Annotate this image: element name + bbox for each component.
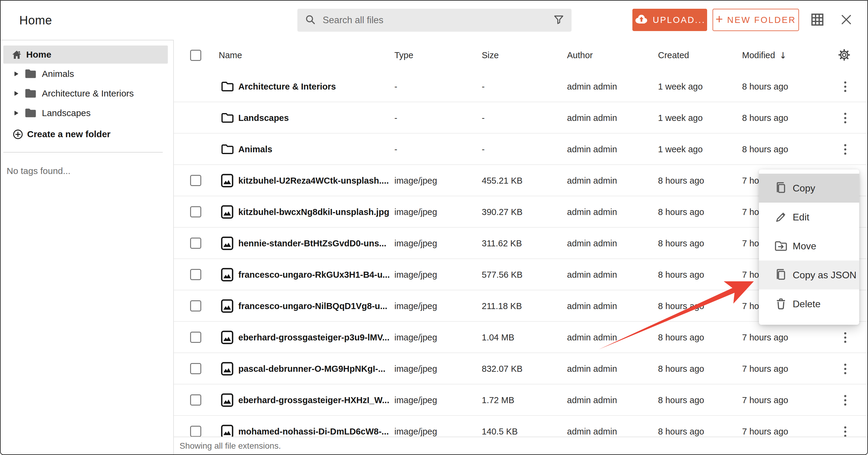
row-actions-kebab-icon[interactable] — [842, 353, 849, 385]
cell-size: 140.5 KB — [482, 416, 518, 437]
move-icon — [774, 240, 788, 252]
cell-size: 311.62 KB — [482, 228, 522, 259]
cell-author: admin admin — [567, 290, 617, 322]
sidebar-folder-item[interactable]: Architecture & Interiors — [1, 84, 173, 103]
status-bar: Showing all file extensions. — [174, 436, 867, 454]
row-checkbox[interactable] — [190, 237, 201, 249]
cell-created: 8 hours ago — [658, 228, 704, 259]
row-checkbox[interactable] — [190, 206, 201, 218]
sidebar-folder-item[interactable]: Landscapes — [1, 103, 173, 123]
sidebar: Home Animals Architecture & Interiors La… — [1, 40, 173, 454]
folder-icon — [24, 68, 37, 79]
row-checkbox[interactable] — [190, 300, 201, 311]
table-row[interactable]: pascal-debrunner-O-MG9HpNKgI-... image/j… — [174, 353, 867, 385]
cell-type: - — [394, 71, 397, 102]
image-file-icon — [221, 385, 234, 416]
cell-type: image/jpeg — [394, 196, 437, 228]
row-actions-kebab-icon[interactable] — [842, 385, 849, 416]
caret-right-icon[interactable] — [14, 91, 19, 96]
pencil-icon — [774, 211, 788, 223]
table-row[interactable]: Architecture & Interiors - - admin admin… — [174, 71, 867, 102]
cell-type: image/jpeg — [394, 416, 437, 437]
caret-right-icon[interactable] — [14, 72, 19, 76]
filter-icon[interactable] — [554, 15, 564, 26]
table-row[interactable]: Animals - - admin admin 1 week ago 8 hou… — [174, 134, 867, 165]
sidebar-folder-label: Architecture & Interiors — [42, 88, 134, 98]
cell-name: Animals — [238, 134, 391, 165]
column-header-size[interactable]: Size — [482, 40, 499, 71]
column-header-created[interactable]: Created — [658, 40, 689, 71]
context-menu-item[interactable]: Copy as JSON — [759, 260, 859, 289]
row-checkbox[interactable] — [190, 363, 201, 374]
sort-descending-icon: ↓ — [779, 50, 787, 61]
column-settings-button[interactable] — [838, 40, 850, 71]
cell-created: 8 hours ago — [658, 322, 704, 353]
folder-icon — [24, 88, 37, 98]
row-actions-kebab-icon[interactable] — [842, 134, 849, 165]
search-input[interactable] — [322, 15, 554, 26]
sidebar-folder-tree: Animals Architecture & Interiors Landsca… — [1, 64, 173, 123]
context-menu-item[interactable]: Edit — [759, 203, 859, 232]
grid-view-icon — [811, 13, 824, 27]
image-file-icon — [221, 322, 234, 353]
column-header-name[interactable]: Name — [219, 40, 242, 71]
row-actions-kebab-icon[interactable] — [842, 322, 849, 353]
table-row[interactable]: eberhard-grossgasteiger-HXHzI_W... image… — [174, 385, 867, 416]
upload-button[interactable]: UPLOAD... — [632, 9, 707, 31]
column-header-author[interactable]: Author — [567, 40, 593, 71]
new-folder-button[interactable]: + NEW FOLDER — [713, 9, 799, 31]
cell-created: 8 hours ago — [658, 290, 704, 322]
context-menu-item[interactable]: Move — [759, 232, 859, 260]
cell-name: mohamed-nohassi-Di-DmLD6cW8-... — [238, 416, 391, 437]
cell-name: eberhard-grossgasteiger-HXHzI_W... — [238, 385, 391, 416]
context-menu-item[interactable]: Delete — [759, 289, 859, 318]
grid-view-button[interactable] — [811, 14, 824, 27]
cell-size: - — [482, 134, 485, 165]
table-row[interactable]: eberhard-grossgasteiger-p3u9-lMV... imag… — [174, 322, 867, 353]
caret-right-icon[interactable] — [14, 111, 19, 115]
column-header-type[interactable]: Type — [394, 40, 413, 71]
context-menu-item-label: Delete — [793, 298, 821, 310]
no-tags-text: No tags found... — [7, 166, 70, 176]
folder-icon — [221, 134, 234, 165]
trash-icon — [774, 298, 788, 310]
row-checkbox[interactable] — [190, 332, 201, 343]
context-menu-item[interactable]: Copy — [759, 174, 859, 203]
create-folder-button[interactable]: Create a new folder — [1, 124, 173, 144]
sidebar-divider — [3, 152, 163, 152]
sidebar-folder-item[interactable]: Animals — [1, 64, 173, 84]
select-all-checkbox[interactable] — [190, 50, 201, 61]
cell-size: 577.56 KB — [482, 259, 522, 290]
row-actions-kebab-icon[interactable] — [842, 416, 849, 437]
cell-type: image/jpeg — [394, 322, 437, 353]
table-row[interactable]: Landscapes - - admin admin 1 week ago 8 … — [174, 102, 867, 134]
row-actions-kebab-icon[interactable] — [842, 71, 849, 102]
cell-name: hennie-stander-BtHtZsGvdD0-uns... — [238, 228, 391, 259]
row-checkbox[interactable] — [190, 175, 201, 186]
cell-size: 832.07 KB — [482, 353, 522, 385]
row-actions-kebab-icon[interactable] — [842, 102, 849, 134]
cell-type: image/jpeg — [394, 165, 437, 196]
cell-created: 1 week ago — [658, 71, 703, 102]
image-file-icon — [221, 196, 234, 228]
cell-author: admin admin — [567, 165, 617, 196]
sidebar-item-home[interactable]: Home — [3, 46, 168, 64]
cell-name: francesco-ungaro-NilBQqD1Vg8-u... — [238, 290, 391, 322]
image-file-icon — [221, 259, 234, 290]
table-header: Name Type Size Author Created Modified ↓ — [174, 40, 867, 72]
row-checkbox[interactable] — [190, 394, 201, 405]
table-row[interactable]: mohamed-nohassi-Di-DmLD6cW8-... image/jp… — [174, 416, 867, 437]
cell-size: 390.27 KB — [482, 196, 522, 228]
cell-created: 8 hours ago — [658, 259, 704, 290]
cell-type: image/jpeg — [394, 228, 437, 259]
column-header-modified[interactable]: Modified ↓ — [742, 40, 787, 71]
search-bar[interactable] — [298, 9, 571, 32]
row-checkbox[interactable] — [190, 269, 201, 280]
cell-type: image/jpeg — [394, 290, 437, 322]
close-button[interactable] — [840, 14, 852, 27]
image-file-icon — [221, 290, 234, 322]
cell-size: 455.21 KB — [482, 165, 522, 196]
context-menu-item-label: Move — [793, 240, 816, 252]
row-checkbox[interactable] — [190, 426, 201, 437]
image-file-icon — [221, 416, 234, 437]
